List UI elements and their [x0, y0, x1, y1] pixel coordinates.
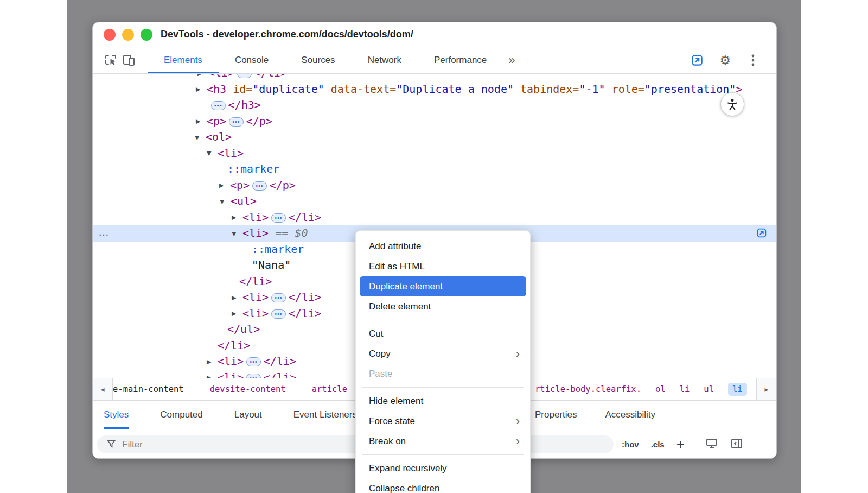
menu-item-label: Collapse children — [369, 483, 439, 493]
menu-separator — [362, 387, 524, 388]
main-toolbar: ElementsConsoleSourcesNetworkPerformance… — [93, 47, 776, 74]
inline-expand-icon[interactable]: ••• — [246, 357, 261, 366]
inspect-icon[interactable] — [101, 51, 120, 69]
context-menu-item-copy[interactable]: Copy› — [360, 344, 526, 364]
tab-event-listeners[interactable]: Event Listeners — [293, 401, 357, 429]
context-menu-item-break-on[interactable]: Break on› — [360, 431, 526, 451]
expand-arrow-icon[interactable]: ▶ — [207, 354, 218, 370]
breadcrumb-item-ol[interactable]: ol — [655, 384, 666, 394]
breadcrumb-item-ul[interactable]: ul — [704, 384, 714, 394]
toolbar-divider — [143, 53, 143, 67]
more-tabs-button[interactable]: » — [508, 53, 515, 67]
syntax-token-tag: <h3 — [207, 83, 226, 96]
breadcrumb-item-rticle-body-clearfix[interactable]: rticle-body.clearfix. — [535, 384, 641, 394]
close-button[interactable] — [104, 29, 116, 41]
context-menu-item-delete-element[interactable]: Delete element — [360, 296, 526, 317]
tab-properties[interactable]: Properties — [535, 401, 577, 429]
breadcrumb-item-devsite-content[interactable]: devsite-content — [210, 384, 286, 394]
breadcrumb-item-e-main-content[interactable]: e-main-content — [113, 384, 184, 394]
tab-elements[interactable]: Elements — [148, 47, 219, 73]
context-menu-item-expand-recursively[interactable]: Expand recursively — [360, 458, 526, 478]
breadcrumb-item-article[interactable]: article — [312, 384, 347, 394]
syntax-token-plain — [324, 83, 331, 96]
context-menu-item-hide-element[interactable]: Hide element — [360, 391, 526, 411]
toggle-class-button[interactable]: .cls — [651, 440, 665, 449]
dom-tree-row[interactable]: ::marker — [93, 161, 776, 178]
filter-placeholder: Filter — [122, 439, 143, 450]
inline-expand-icon[interactable]: ••• — [271, 213, 286, 223]
context-menu-item-edit-as-html[interactable]: Edit as HTML — [360, 256, 526, 276]
accessibility-button[interactable] — [720, 92, 744, 116]
expand-arrow-icon[interactable]: ▶ — [196, 81, 207, 98]
kebab-menu-icon[interactable] — [744, 51, 762, 69]
dom-tree-row[interactable]: •••</h3> — [93, 97, 776, 113]
breadcrumb-item-li[interactable]: li — [728, 383, 747, 396]
context-menu-item-paste[interactable]: Paste — [360, 364, 526, 384]
tab-layout[interactable]: Layout — [234, 401, 262, 429]
dom-tree-row[interactable]: ▶<p>•••</p> — [93, 113, 776, 130]
expand-arrow-icon[interactable]: ▶ — [232, 210, 242, 226]
panel-tabs: ElementsConsoleSourcesNetworkPerformance — [148, 47, 503, 73]
inline-expand-icon[interactable]: ••• — [229, 117, 244, 127]
syntax-token-val: "presentation" — [644, 83, 736, 96]
submenu-arrow-icon: › — [516, 431, 520, 451]
dom-tree-row[interactable]: ▼<li> — [93, 146, 776, 162]
expand-arrow-icon[interactable]: ▶ — [196, 113, 207, 130]
dom-tree-row[interactable]: ▶<li>•••</li> — [93, 74, 776, 81]
zoom-button[interactable] — [141, 29, 152, 41]
context-menu-item-cut[interactable]: Cut — [360, 324, 526, 344]
tab-computed[interactable]: Computed — [160, 401, 202, 429]
row-actions-icon[interactable]: … — [98, 224, 110, 241]
inline-expand-icon[interactable]: ••• — [237, 74, 252, 78]
new-style-rule-button[interactable]: + — [676, 437, 685, 451]
inline-expand-icon[interactable]: ••• — [271, 309, 286, 319]
element-badge-toolbar-icon[interactable] — [688, 51, 706, 69]
dom-tree-row[interactable]: ▶<li>•••</li> — [93, 210, 776, 226]
expand-arrow-icon[interactable]: ▶ — [232, 306, 242, 322]
title-bar: DevTools - developer.chrome.com/docs/dev… — [93, 22, 776, 47]
menu-item-label: Force state — [369, 416, 415, 426]
expand-arrow-icon[interactable]: ▶ — [232, 290, 242, 306]
breadcrumb-scroll-right[interactable]: ▸ — [756, 378, 776, 400]
dom-tree-row[interactable]: ▶<p>•••</p> — [93, 178, 776, 194]
dom-tree-row[interactable]: ▼<ul> — [93, 193, 776, 210]
context-menu-item-duplicate-element[interactable]: Duplicate element — [360, 276, 526, 296]
tab-styles[interactable]: Styles — [104, 401, 129, 429]
tab-sources[interactable]: Sources — [285, 47, 351, 73]
device-toolbar-icon[interactable] — [120, 51, 138, 69]
minimize-button[interactable] — [122, 29, 134, 41]
collapse-arrow-icon[interactable]: ▼ — [195, 130, 206, 146]
tab-console[interactable]: Console — [219, 47, 285, 73]
context-menu-item-collapse-children[interactable]: Collapse children — [360, 478, 526, 493]
rendering-icon[interactable] — [705, 437, 718, 452]
toggle-sidebar-icon[interactable] — [730, 437, 743, 452]
tab-network[interactable]: Network — [352, 47, 418, 73]
inline-expand-icon[interactable]: ••• — [271, 293, 286, 302]
filter-right-group: :hov .cls + — [622, 429, 743, 459]
collapse-arrow-icon[interactable]: ▼ — [232, 226, 242, 242]
expand-arrow-icon[interactable]: ▶ — [197, 74, 208, 81]
left-arrow-icon: ◂ — [100, 385, 104, 394]
dom-tree-row[interactable]: ▼<ol> — [93, 129, 776, 146]
dom-tree-row[interactable]: ▶<h3 id="duplicate" data-text="Duplicate… — [93, 81, 776, 98]
inline-expand-icon[interactable]: ••• — [252, 181, 267, 191]
settings-gear-icon[interactable]: ⚙ — [719, 54, 731, 67]
tab-accessibility[interactable]: Accessibility — [605, 401, 655, 429]
context-menu-item-add-attribute[interactable]: Add attribute — [360, 236, 526, 256]
collapse-arrow-icon[interactable]: ▼ — [220, 194, 231, 210]
collapse-arrow-icon[interactable]: ▼ — [207, 146, 218, 162]
breadcrumb-scroll-left[interactable]: ◂ — [93, 378, 113, 400]
toggle-element-state-button[interactable]: :hov — [622, 440, 639, 449]
context-menu-item-force-state[interactable]: Force state› — [360, 411, 526, 431]
syntax-token-plain — [514, 83, 520, 96]
tab-performance[interactable]: Performance — [418, 47, 503, 73]
menu-item-label: Add attribute — [369, 241, 421, 251]
expand-arrow-icon[interactable]: ▶ — [219, 178, 230, 194]
syntax-token-tag: </li> — [254, 74, 287, 79]
syntax-token-tag: <li> — [242, 290, 269, 304]
syntax-token-attr: tabindex= — [520, 83, 579, 96]
breadcrumb-item-li[interactable]: li — [680, 384, 690, 394]
inline-expand-icon[interactable]: ••• — [246, 374, 261, 378]
inline-expand-icon[interactable]: ••• — [211, 101, 226, 110]
expand-arrow-icon[interactable]: ▶ — [207, 370, 218, 378]
